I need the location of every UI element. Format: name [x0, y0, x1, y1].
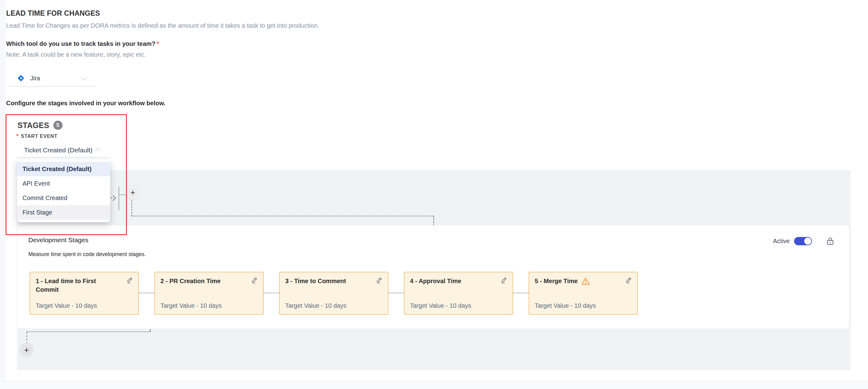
required-asterisk: *: [157, 40, 159, 47]
development-stages-panel: Development Stages Measure time spent in…: [17, 225, 849, 329]
edit-icon[interactable]: [625, 277, 632, 284]
add-stage-button-bottom[interactable]: +: [20, 344, 33, 356]
edit-icon[interactable]: [375, 277, 383, 284]
lock-icon[interactable]: [826, 236, 834, 246]
dropdown-option-commit-created[interactable]: Commit Created: [17, 191, 110, 205]
tool-select-value: Jira: [30, 75, 40, 82]
stage-card-target: Target Value - 10 days: [36, 302, 97, 309]
required-asterisk: *: [16, 133, 19, 139]
configure-stages-label: Configure the stages involved in your wo…: [6, 100, 165, 107]
active-label: Active: [773, 237, 790, 245]
add-stage-button-top[interactable]: +: [126, 186, 139, 199]
stage-connector: [139, 293, 154, 293]
edit-icon[interactable]: [500, 277, 507, 284]
toggle-knob: [804, 237, 811, 245]
connector-dashed-vertical-2: [433, 216, 434, 225]
connector-dashed-vertical-4: [27, 332, 27, 344]
stage-card-target: Target Value - 10 days: [285, 302, 346, 309]
page-left-gutter: [0, 0, 5, 381]
connector-vertical-line: [119, 187, 119, 210]
stage-connector: [389, 293, 404, 293]
stage-card-title: 5 - Merge Time: [535, 277, 618, 287]
start-event-label: START EVENT: [21, 134, 58, 139]
tool-select[interactable]: Jira: [9, 70, 95, 87]
development-stages-title: Development Stages: [28, 236, 88, 244]
edit-icon[interactable]: [251, 277, 258, 284]
page-title: LEAD TIME FOR CHANGES: [6, 9, 100, 18]
stage-card-target: Target Value - 10 days: [160, 302, 222, 309]
stage-card-2[interactable]: 2 - PR Creation Time Target Value - 10 d…: [154, 272, 264, 315]
connector-dashed-vertical-1: [131, 197, 132, 216]
chevron-down-icon: [81, 75, 86, 80]
connector-dotted-to-plus: [120, 195, 127, 195]
connector-dotted-horizontal-bottom: [27, 331, 150, 332]
stage-card-5[interactable]: 5 - Merge Time Target Value - 10 days: [529, 272, 638, 315]
tool-question: Which tool do you use to track tasks in …: [6, 40, 159, 47]
chevron-up-icon: [95, 148, 101, 154]
stage-card-1[interactable]: 1 - Lead time to First Commit Target Val…: [30, 272, 139, 315]
start-event-dropdown: Ticket Created (Default) API Event Commi…: [17, 159, 110, 222]
stage-card-3[interactable]: 3 - Time to Comment Target Value - 10 da…: [279, 272, 389, 315]
stage-card-target: Target Value - 10 days: [410, 302, 471, 309]
edit-icon[interactable]: [126, 277, 133, 284]
stage-card-title: 3 - Time to Comment: [285, 277, 369, 285]
warning-icon: [581, 277, 590, 287]
dropdown-option-api-event[interactable]: API Event: [17, 176, 110, 191]
stage-card-title: 1 - Lead time to First Commit: [36, 277, 119, 294]
connector-dotted-horizontal-top: [132, 216, 434, 216]
start-event-select[interactable]: Ticket Created (Default): [16, 143, 110, 158]
stages-heading: STAGES: [18, 121, 49, 130]
stages-count-badge: 5: [53, 121, 63, 130]
jira-icon: [17, 74, 25, 83]
stage-card-4[interactable]: 4 - Approval Time Target Value - 10 days: [404, 272, 513, 315]
start-event-label-row: *START EVENT: [16, 133, 58, 139]
dropdown-option-first-stage[interactable]: First Stage: [17, 205, 110, 220]
stage-card-title-text: 5 - Merge Time: [535, 278, 578, 284]
dropdown-option-ticket-created[interactable]: Ticket Created (Default): [17, 162, 110, 176]
active-toggle[interactable]: [794, 237, 812, 245]
stage-card-title: 2 - PR Creation Time: [160, 277, 244, 285]
stage-card-title: 4 - Approval Time: [410, 277, 493, 285]
page-subtitle: Lead Time for Changes as per DORA metric…: [6, 22, 319, 29]
page-bottom-band: [0, 381, 868, 389]
start-event-select-value: Ticket Created (Default): [24, 147, 92, 154]
development-stages-description: Measure time spent in code development s…: [28, 251, 146, 258]
stages-header: STAGES 5: [18, 121, 63, 130]
stage-card-target: Target Value - 10 days: [535, 302, 596, 309]
tool-note: Note: A task could be a new feature, sto…: [6, 51, 146, 58]
stage-connector: [264, 293, 279, 293]
stage-connector: [513, 293, 529, 293]
panel-controls: Active: [773, 236, 834, 246]
tool-question-text: Which tool do you use to track tasks in …: [6, 40, 156, 47]
